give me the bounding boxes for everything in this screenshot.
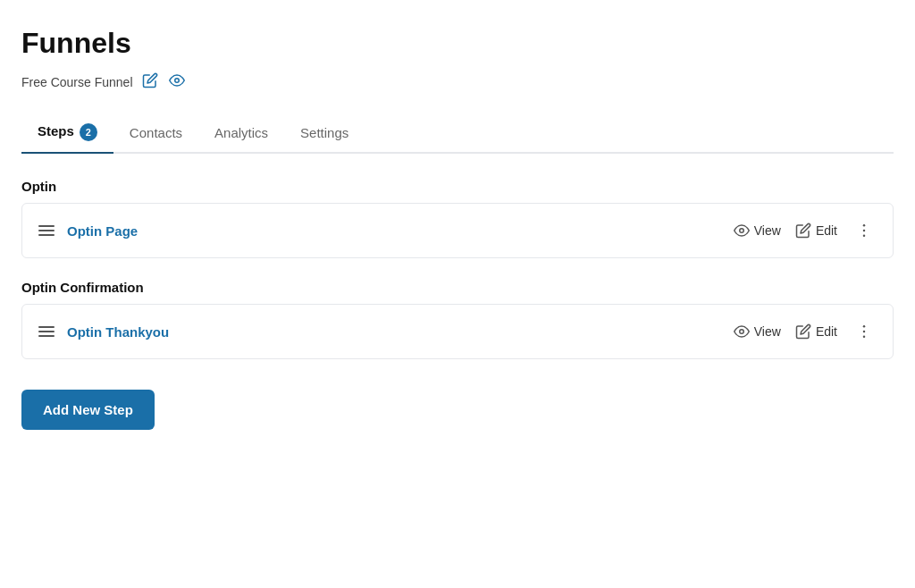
- svg-point-6: [863, 325, 866, 328]
- table-row: Optin Thankyou View Edit: [21, 304, 894, 359]
- breadcrumb-text: Free Course Funnel: [21, 75, 133, 89]
- table-row: Optin Page View Edit: [21, 203, 894, 258]
- eye-icon: [734, 323, 750, 340]
- svg-point-0: [174, 79, 179, 83]
- breadcrumb: Free Course Funnel: [21, 71, 894, 93]
- add-new-step-button[interactable]: Add New Step: [21, 390, 155, 430]
- tabs-row: Steps2 Contacts Analytics Settings: [21, 113, 894, 154]
- more-vertical-icon: [855, 323, 873, 340]
- svg-point-8: [863, 336, 866, 339]
- preview-funnel-button[interactable]: [167, 71, 187, 93]
- section-optin-confirmation: Optin Confirmation Optin Thankyou View E…: [21, 280, 894, 359]
- edit-optin-page-button[interactable]: Edit: [795, 223, 837, 239]
- edit-label: Edit: [816, 324, 837, 339]
- section-optin-label: Optin: [21, 179, 894, 194]
- drag-handle-icon[interactable]: [38, 225, 55, 236]
- pencil-icon: [795, 323, 811, 340]
- more-vertical-icon: [855, 222, 873, 239]
- view-optin-thankyou-button[interactable]: View: [734, 323, 781, 340]
- tab-analytics-label: Analytics: [214, 125, 268, 140]
- eye-icon: [734, 223, 750, 239]
- tab-analytics[interactable]: Analytics: [198, 114, 284, 151]
- eye-icon: [169, 72, 185, 91]
- tab-settings-label: Settings: [300, 125, 348, 140]
- svg-point-3: [863, 230, 866, 232]
- svg-point-5: [740, 330, 744, 334]
- tab-steps-badge: 2: [80, 123, 97, 141]
- edit-optin-thankyou-button[interactable]: Edit: [795, 323, 837, 340]
- view-optin-page-button[interactable]: View: [734, 223, 781, 239]
- more-options-optin-thankyou-button[interactable]: [852, 319, 877, 344]
- svg-point-7: [863, 331, 866, 333]
- svg-point-2: [863, 224, 866, 227]
- step-optin-page-name: Optin Page: [67, 223, 734, 239]
- view-label: View: [754, 324, 781, 339]
- tab-settings[interactable]: Settings: [284, 114, 365, 151]
- step-optin-thankyou-actions: View Edit: [734, 319, 877, 344]
- drag-handle-icon[interactable]: [38, 326, 55, 337]
- svg-point-4: [863, 235, 866, 238]
- page-title: Funnels: [21, 27, 894, 60]
- tab-steps[interactable]: Steps2: [21, 113, 113, 152]
- tab-contacts-label: Contacts: [130, 125, 182, 140]
- edit-funnel-name-button[interactable]: [140, 71, 160, 93]
- pencil-icon: [795, 223, 811, 239]
- view-label: View: [754, 223, 781, 238]
- more-options-optin-page-button[interactable]: [852, 218, 877, 243]
- section-optin-confirmation-label: Optin Confirmation: [21, 280, 894, 295]
- step-optin-page-actions: View Edit: [734, 218, 877, 243]
- pencil-icon: [142, 72, 158, 91]
- edit-label: Edit: [816, 223, 837, 238]
- tab-steps-label: Steps: [38, 123, 74, 139]
- svg-point-1: [740, 229, 744, 233]
- step-optin-thankyou-name: Optin Thankyou: [67, 324, 734, 340]
- section-optin: Optin Optin Page View Edit: [21, 179, 894, 258]
- tab-contacts[interactable]: Contacts: [113, 114, 198, 151]
